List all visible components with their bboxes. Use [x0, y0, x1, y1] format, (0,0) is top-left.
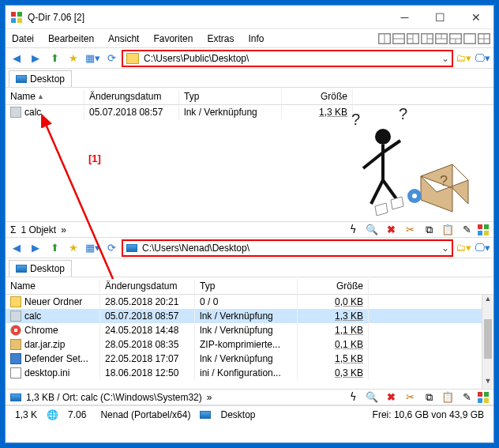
titlebar: Q-Dir 7.06 [2] ─ ☐ ✕	[6, 6, 493, 29]
nav-fav-icon[interactable]: ★	[66, 240, 81, 256]
folder-icon	[126, 53, 139, 64]
file-size: 1,3 KB	[282, 105, 353, 119]
scroll-thumb[interactable]	[484, 319, 492, 359]
pane2-scrollbar[interactable]: ▲ ▼	[482, 295, 493, 389]
scroll-down-icon[interactable]: ▼	[482, 377, 493, 389]
edit-icon[interactable]: ✎	[459, 222, 475, 238]
nav-monitor-icon[interactable]: 🖵▾	[475, 51, 490, 66]
flash-icon[interactable]: ϟ	[345, 390, 361, 405]
nav-refresh-icon[interactable]: ⟳	[103, 51, 119, 66]
pane2-tab-desktop[interactable]: Desktop	[9, 260, 72, 277]
layout-8[interactable]	[478, 33, 490, 44]
app-icon	[10, 11, 23, 24]
col-size[interactable]: Größe	[298, 279, 369, 293]
nav-fav-icon[interactable]: ★	[66, 51, 81, 66]
desktop-icon	[10, 393, 21, 401]
close-button[interactable]: ✕	[458, 6, 493, 28]
nav-explorer-icon[interactable]: 🗂▾	[456, 240, 471, 256]
col-modified[interactable]: Änderungsdatum	[100, 279, 195, 293]
file-name: calc	[24, 107, 41, 118]
col-size[interactable]: Größe	[282, 89, 353, 104]
nav-refresh-icon[interactable]: ⟳	[103, 240, 119, 256]
pane1-status-text: 1 Objekt	[21, 224, 56, 235]
cut-icon[interactable]: ✂	[402, 222, 418, 238]
svg-rect-35	[478, 392, 482, 397]
delete-x-icon[interactable]: ✖	[383, 222, 399, 238]
layout-buttons	[378, 33, 490, 44]
svg-rect-3	[17, 18, 22, 23]
nav-views-icon[interactable]: ▦▾	[84, 51, 100, 66]
nav-forward-icon[interactable]: ▶	[28, 240, 43, 256]
layout-3[interactable]	[407, 33, 419, 44]
col-modified[interactable]: Änderungsdatum	[84, 89, 179, 104]
menu-view[interactable]: Ansicht	[105, 32, 142, 46]
menu-file[interactable]: Datei	[9, 32, 37, 46]
layout-1[interactable]	[378, 33, 391, 44]
layout-4[interactable]	[421, 33, 433, 44]
expand-icon[interactable]: »	[207, 392, 212, 403]
search-icon[interactable]: 🔍	[364, 222, 380, 238]
pane1-tab-desktop[interactable]: Desktop	[9, 70, 72, 87]
desktop-icon	[200, 411, 211, 419]
scroll-up-icon[interactable]: ▲	[482, 295, 493, 307]
nav-monitor-icon[interactable]: 🖵▾	[475, 240, 490, 256]
nav-up-icon[interactable]: ⬆	[47, 240, 62, 256]
menu-fav[interactable]: Favoriten	[150, 32, 196, 46]
pane1-address-bar[interactable]: C:\Users\Public\Desktop\ ⌄	[122, 51, 452, 66]
menu-info[interactable]: Info	[245, 32, 267, 46]
col-name[interactable]: Name▲	[6, 89, 84, 104]
nav-explorer-icon[interactable]: 🗂▾	[456, 51, 471, 66]
file-row[interactable]: Chrome24.05.2018 14:48lnk / Verknüpfung1…	[6, 323, 493, 337]
layout-2[interactable]	[392, 33, 405, 44]
menu-extras[interactable]: Extras	[204, 32, 237, 46]
col-type[interactable]: Typ	[195, 279, 298, 293]
maximize-button[interactable]: ☐	[422, 6, 458, 28]
file-type: lnk / Verknüpfung	[195, 352, 298, 366]
copy-icon[interactable]: ⧉	[421, 390, 437, 405]
layout-7[interactable]	[463, 33, 476, 44]
file-icon	[10, 339, 21, 350]
layout-6[interactable]	[449, 33, 462, 44]
flash-icon[interactable]: ϟ	[345, 222, 361, 238]
pane2-navbar: ◀ ▶ ⬆ ★ ▦▾ ⟳ C:\Users\Nenad\Desktop\ ⌄ 🗂…	[6, 238, 493, 258]
layout-5[interactable]	[435, 33, 448, 44]
svg-rect-31	[478, 224, 482, 229]
qdir-icon[interactable]	[478, 392, 489, 403]
pane2-address-bar[interactable]: C:\Users\Nenad\Desktop\ ⌄	[122, 240, 452, 256]
delete-x-icon[interactable]: ✖	[383, 390, 399, 405]
file-icon	[10, 107, 21, 118]
file-icon	[10, 367, 21, 378]
nav-views-icon[interactable]: ▦▾	[84, 240, 100, 256]
nav-back-icon[interactable]: ◀	[9, 240, 24, 256]
file-size: 0,0 KB	[298, 295, 369, 309]
file-size: 0,3 KB	[298, 366, 369, 380]
sigma-icon[interactable]: Σ	[10, 224, 16, 235]
search-icon[interactable]: 🔍	[364, 390, 380, 405]
edit-icon[interactable]: ✎	[459, 390, 475, 405]
chevron-down-icon[interactable]: ⌄	[439, 53, 452, 64]
menu-edit[interactable]: Bearbeiten	[45, 32, 97, 46]
pane1-tabs: Desktop	[6, 69, 493, 88]
cut-icon[interactable]: ✂	[402, 390, 418, 405]
paste-icon[interactable]: 📋	[440, 222, 456, 238]
file-row[interactable]: dar.jar.zip28.05.2018 08:35ZIP-komprimie…	[6, 337, 493, 352]
nav-forward-icon[interactable]: ▶	[28, 51, 43, 66]
file-row[interactable]: Neuer Ordner28.05.2018 20:210 / 00,0 KB	[6, 295, 493, 309]
copy-icon[interactable]: ⧉	[421, 222, 437, 238]
chevron-down-icon[interactable]: ⌄	[439, 243, 452, 254]
svg-text:?: ?	[440, 173, 448, 189]
file-row[interactable]: desktop.ini18.06.2018 12:50ini / Konfigu…	[6, 366, 493, 380]
confused-figure-illustration: ? ? ?	[343, 105, 486, 216]
globe-icon: 🌐	[47, 409, 58, 420]
qdir-icon[interactable]	[478, 224, 489, 235]
nav-up-icon[interactable]: ⬆	[47, 51, 62, 66]
nav-back-icon[interactable]: ◀	[9, 51, 24, 66]
expand-icon[interactable]: »	[61, 224, 66, 235]
file-row[interactable]: calc05.07.2018 08:57lnk / Verknüpfung1,3…	[6, 309, 493, 323]
col-name[interactable]: Name	[6, 279, 100, 293]
file-row[interactable]: Defender Set...22.05.2018 17:07lnk / Ver…	[6, 352, 493, 366]
col-type[interactable]: Typ	[179, 89, 282, 104]
minimize-button[interactable]: ─	[387, 6, 422, 28]
status-size: 1,3 K	[10, 409, 42, 420]
paste-icon[interactable]: 📋	[440, 390, 456, 405]
